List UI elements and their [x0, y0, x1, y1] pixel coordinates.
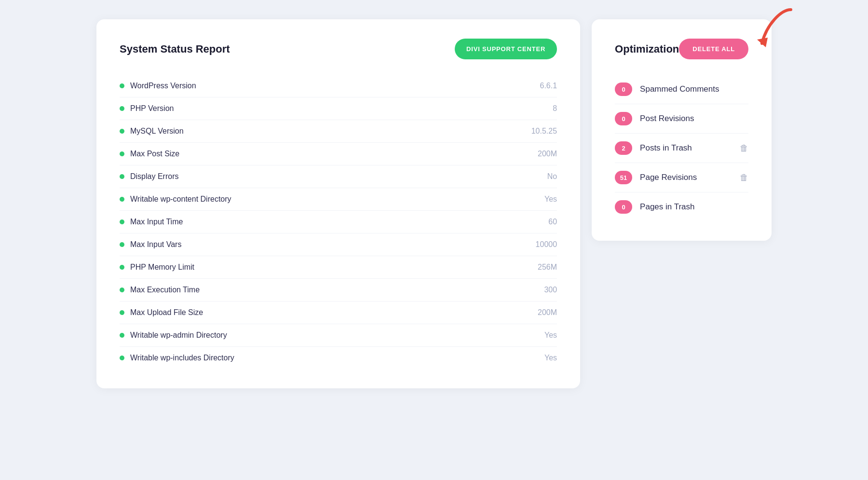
- system-row: WordPress Version6.6.1: [120, 75, 557, 97]
- status-dot-icon: [120, 219, 124, 224]
- system-row-label: Max Post Size: [120, 150, 179, 158]
- system-row-value: 6.6.1: [540, 82, 557, 90]
- system-row-value: 8: [553, 104, 557, 113]
- system-rows-container: WordPress Version6.6.1PHP Version8MySQL …: [120, 75, 557, 369]
- optimization-item-label: Page Revisions: [640, 173, 732, 182]
- optimization-row: 51Page Revisions🗑: [615, 163, 748, 192]
- system-row-label: Writable wp-includes Directory: [120, 354, 234, 362]
- system-row: MySQL Version10.5.25: [120, 120, 557, 143]
- count-badge: 0: [615, 112, 632, 125]
- system-row-label: Display Errors: [120, 172, 178, 181]
- system-row: Max Upload File Size200M: [120, 302, 557, 324]
- system-row-label: WordPress Version: [120, 82, 196, 90]
- count-badge: 51: [615, 171, 632, 184]
- optimization-header: Optimization DELETE ALL: [615, 39, 748, 59]
- system-row-value: No: [547, 172, 557, 181]
- status-dot-icon: [120, 174, 124, 179]
- optimization-item-label: Post Revisions: [640, 114, 748, 123]
- system-row-value: Yes: [544, 195, 557, 204]
- system-row-label: Max Execution Time: [120, 286, 200, 294]
- system-row-label: Max Input Vars: [120, 240, 181, 249]
- count-badge: 0: [615, 82, 632, 96]
- system-status-header: System Status Report DIVI SUPPORT CENTER: [120, 39, 557, 59]
- optimization-row: 0Pages in Trash: [615, 192, 748, 221]
- system-row-value: Yes: [544, 331, 557, 340]
- count-badge: 0: [615, 200, 632, 214]
- status-dot-icon: [120, 242, 124, 247]
- system-row-value: 60: [548, 218, 557, 226]
- status-dot-icon: [120, 151, 124, 156]
- system-row-label: MySQL Version: [120, 127, 184, 136]
- optimization-item-label: Posts in Trash: [640, 143, 732, 153]
- optimization-row: 0Spammed Comments: [615, 75, 748, 104]
- status-dot-icon: [120, 333, 124, 338]
- system-row-label: PHP Version: [120, 104, 174, 113]
- status-dot-icon: [120, 106, 124, 111]
- divi-support-center-button[interactable]: DIVI SUPPORT CENTER: [455, 39, 557, 59]
- page-wrapper: System Status Report DIVI SUPPORT CENTER…: [96, 19, 772, 388]
- system-row-value: 256M: [538, 263, 557, 272]
- system-row: Max Execution Time300: [120, 279, 557, 302]
- status-dot-icon: [120, 288, 124, 292]
- system-row: Display ErrorsNo: [120, 165, 557, 188]
- status-dot-icon: [120, 265, 124, 270]
- trash-icon[interactable]: 🗑: [740, 143, 748, 153]
- system-status-card: System Status Report DIVI SUPPORT CENTER…: [96, 19, 580, 388]
- status-dot-icon: [120, 83, 124, 88]
- system-row-label: Writable wp-admin Directory: [120, 331, 227, 340]
- system-row-value: 10000: [536, 240, 557, 249]
- system-row: Max Input Time60: [120, 211, 557, 233]
- system-row: PHP Version8: [120, 97, 557, 120]
- optimization-item-label: Pages in Trash: [640, 202, 748, 212]
- status-dot-icon: [120, 310, 124, 315]
- system-status-title: System Status Report: [120, 43, 230, 55]
- right-panel-wrapper: Optimization DELETE ALL 0Spammed Comment…: [592, 19, 772, 388]
- system-row-label: Max Upload File Size: [120, 308, 203, 317]
- trash-icon[interactable]: 🗑: [740, 173, 748, 183]
- optimization-item-label: Spammed Comments: [640, 84, 748, 94]
- system-row-value: 300: [544, 286, 557, 294]
- optimization-row: 0Post Revisions: [615, 104, 748, 134]
- system-row-value: 10.5.25: [531, 127, 557, 136]
- system-row: Max Post Size200M: [120, 143, 557, 165]
- system-row-label: PHP Memory Limit: [120, 263, 194, 272]
- optimization-card: Optimization DELETE ALL 0Spammed Comment…: [592, 19, 772, 241]
- count-badge: 2: [615, 141, 632, 155]
- system-row-value: 200M: [538, 308, 557, 317]
- system-row: Writable wp-content DirectoryYes: [120, 188, 557, 211]
- system-row: Max Input Vars10000: [120, 233, 557, 256]
- status-dot-icon: [120, 197, 124, 202]
- optimization-row: 2Posts in Trash🗑: [615, 134, 748, 163]
- optimization-rows-container: 0Spammed Comments0Post Revisions2Posts i…: [615, 75, 748, 221]
- system-row: PHP Memory Limit256M: [120, 256, 557, 279]
- system-row-label: Writable wp-content Directory: [120, 195, 231, 204]
- status-dot-icon: [120, 356, 124, 360]
- system-row-label: Max Input Time: [120, 218, 183, 226]
- optimization-title: Optimization: [615, 43, 679, 55]
- system-row: Writable wp-includes DirectoryYes: [120, 347, 557, 369]
- status-dot-icon: [120, 129, 124, 134]
- system-row-value: 200M: [538, 150, 557, 158]
- delete-all-button[interactable]: DELETE ALL: [679, 39, 748, 59]
- system-row: Writable wp-admin DirectoryYes: [120, 324, 557, 347]
- system-row-value: Yes: [544, 354, 557, 362]
